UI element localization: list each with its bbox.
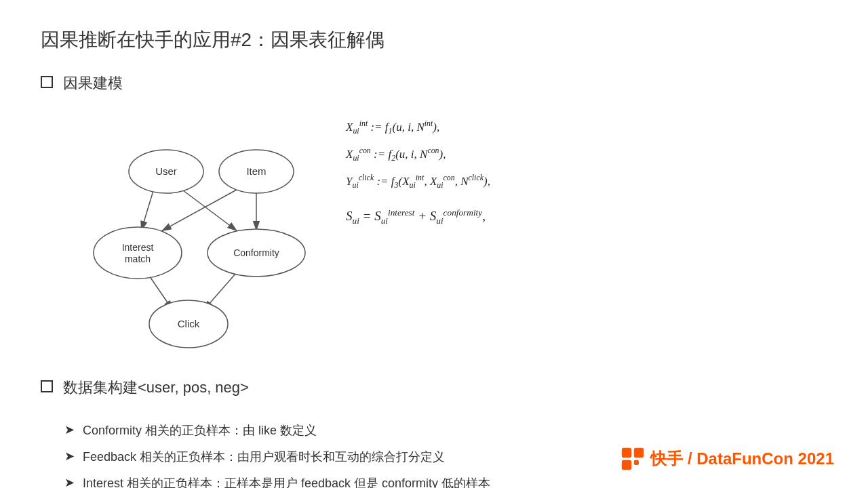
bullet-text-1: Conformity 相关的正负样本：由 like 数定义 bbox=[83, 422, 317, 440]
causal-diagram: User Item Interest match Conformity Clic… bbox=[41, 110, 326, 364]
section1-row: 因果建模 bbox=[41, 73, 827, 94]
section1-icon bbox=[41, 76, 53, 88]
section1-label: 因果建模 bbox=[63, 73, 123, 94]
formula-group2: Sui = Suiinterest + Suiconformity, bbox=[346, 205, 827, 228]
formula1: Xuiint := f1(u, i, Nint), bbox=[346, 117, 827, 138]
svg-text:User: User bbox=[155, 165, 177, 177]
footer-brand-text: 快手 / DataFunCon 2021 bbox=[650, 448, 834, 470]
bullet-arrow-2: ➤ bbox=[64, 449, 75, 464]
content-area: 因果建模 bbox=[41, 73, 827, 488]
svg-point-11 bbox=[94, 227, 182, 279]
bullet-arrow-1: ➤ bbox=[64, 422, 75, 437]
bullet-item-1: ➤ Conformity 相关的正负样本：由 like 数定义 bbox=[64, 422, 827, 440]
math-formulas: Xuiint := f1(u, i, Nint), Xuicon := f2(u… bbox=[326, 110, 827, 242]
svg-text:Click: Click bbox=[178, 318, 200, 329]
svg-rect-19 bbox=[634, 448, 644, 458]
section2-label: 数据集构建<user, pos, neg> bbox=[63, 378, 249, 398]
bullet-text-2: Feedback 相关的正负样本：由用户观看时长和互动的综合打分定义 bbox=[83, 448, 445, 466]
svg-rect-18 bbox=[622, 448, 631, 458]
svg-line-2 bbox=[178, 186, 237, 231]
svg-line-1 bbox=[141, 186, 155, 231]
bullet-arrow-3: ➤ bbox=[64, 475, 75, 488]
svg-rect-21 bbox=[634, 460, 639, 465]
formula2: Xuicon := f2(u, i, Ncon), bbox=[346, 144, 827, 165]
kuaishou-icon bbox=[620, 447, 645, 471]
svg-text:Conformity: Conformity bbox=[233, 247, 279, 258]
slide: 因果推断在快手的应用#2：因果表征解偶 因果建模 bbox=[0, 0, 868, 488]
diagram-math-row: User Item Interest match Conformity Clic… bbox=[41, 110, 827, 364]
bullet-item-3: ➤ Interest 相关的正负样本：正样本是用户 feedback 但是 co… bbox=[64, 474, 827, 488]
section2-row: 数据集构建<user, pos, neg> bbox=[41, 378, 827, 398]
formula3: Yuiclick := f3(Xuiint, Xuicon, Nclick), bbox=[346, 171, 827, 192]
section2-icon bbox=[41, 380, 53, 392]
svg-rect-20 bbox=[622, 460, 631, 470]
formula-group1: Xuiint := f1(u, i, Nint), Xuicon := f2(u… bbox=[346, 117, 827, 192]
svg-text:match: match bbox=[125, 253, 151, 264]
footer-logo: 快手 / DataFunCon 2021 bbox=[620, 447, 834, 471]
svg-text:Item: Item bbox=[246, 165, 266, 177]
svg-text:Interest: Interest bbox=[122, 242, 154, 253]
footer: 快手 / DataFunCon 2021 bbox=[620, 447, 834, 471]
formula4: Sui = Suiinterest + Suiconformity, bbox=[346, 205, 827, 228]
bullet-text-3: Interest 相关的正负样本：正样本是用户 feedback 但是 conf… bbox=[83, 474, 490, 488]
page-title: 因果推断在快手的应用#2：因果表征解偶 bbox=[41, 27, 827, 53]
